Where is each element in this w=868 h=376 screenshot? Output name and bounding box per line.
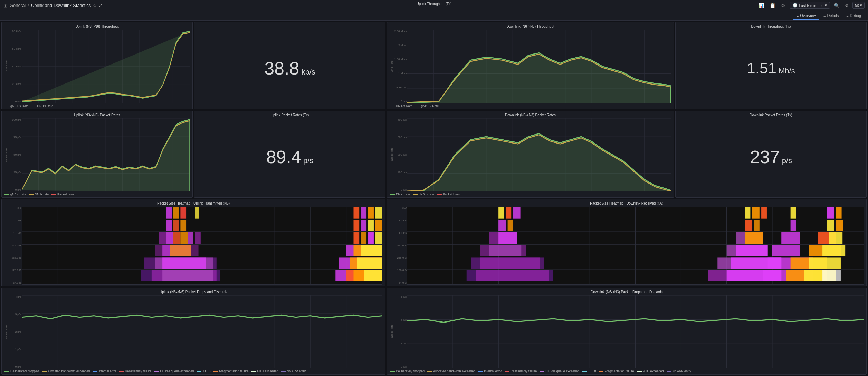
chart-area: 09:47:0009:47:3009:48:0009:48:3009:49:00… <box>22 30 190 103</box>
legend: gNB rx rate DN tx rate Packet Loss <box>4 192 190 196</box>
svg-rect-75 <box>173 207 179 219</box>
y-axis-label: Line Rate <box>390 30 393 103</box>
svg-rect-86 <box>361 220 366 231</box>
svg-rect-92 <box>180 232 188 244</box>
chart-area: 09:47:0009:47:3009:48:0009:48:3009:49:00… <box>407 30 671 103</box>
stat-unit: Mb/s <box>779 67 795 76</box>
svg-rect-95 <box>353 232 359 244</box>
panel-uplink-drops: Uplink (N3->N6) Packet Drops and Discard… <box>1 288 385 375</box>
svg-rect-152 <box>498 232 517 244</box>
y-axis: 100 p/s75 p/s50 p/s25 p/s0 p/s <box>8 118 22 192</box>
panel-title: Downlink Throughput (Tx) <box>676 24 866 28</box>
legend: gNB Rx Rate DN Tx Rate <box>4 104 190 108</box>
chart-area: 09:47:0009:47:3009:48:0009:48:3009:49:00… <box>22 295 382 369</box>
svg-rect-117 <box>364 270 382 281</box>
y-axis: 4 p/s3 p/s2 p/s1 p/s0 p/s <box>8 295 22 369</box>
svg-rect-145 <box>508 220 513 231</box>
panel-downlink-throughput-tx: Downlink Throughput (Tx) 1.51 Mb/s <box>675 22 867 109</box>
panel-title: Downlink (N6->N3) Packet Rates <box>390 113 671 117</box>
stat-display: 89.4 p/s <box>266 148 314 166</box>
legend: DN rx rate gNB tx rate Packet Loss <box>390 192 671 196</box>
main-grid: Uplink (N3->N6) Throughput Line Rate 80 … <box>0 21 868 376</box>
svg-rect-74 <box>166 207 172 219</box>
svg-rect-173 <box>476 270 549 281</box>
svg-rect-77 <box>195 207 199 219</box>
y-axis-label: Packet Rate <box>390 118 393 192</box>
svg-rect-93 <box>188 232 193 244</box>
stat-unit: p/s <box>782 156 792 165</box>
panel-title: Packet Size Heatmap - Downlink Received … <box>390 201 864 205</box>
svg-rect-78 <box>353 207 359 219</box>
tab-label: Overview <box>800 13 816 18</box>
legend: Deliberately dropped Allocated bandwidth… <box>390 369 864 373</box>
svg-rect-79 <box>361 207 366 219</box>
svg-rect-138 <box>745 207 751 219</box>
stat-value: 1.51 <box>747 61 776 76</box>
y-axis: +Inf1.5 kB1.0 kB512.0 B256.0 B128.0 B64.… <box>4 207 22 285</box>
svg-rect-140 <box>761 207 767 219</box>
y-axis: 80 kb/s60 kb/s40 kb/s20 kb/s0 b/s <box>8 30 22 103</box>
tab-label: Details <box>827 13 839 18</box>
svg-rect-166 <box>480 257 540 269</box>
panel-title: Uplink (N3->N6) Throughput <box>4 24 190 28</box>
panel-heatmap-uplink: Packet Size Heatmap - Uplink Transmitted… <box>1 199 385 286</box>
y-axis-label: Packet Rate <box>4 295 8 369</box>
panel-uplink-packet-rates-tx: Uplink Packet Rates (Tx) 89.4 p/s <box>194 111 385 198</box>
panel-uplink-packet-rates: Uplink (N3->N6) Packet Rates Packet Rate… <box>1 111 193 198</box>
y-axis: 6 p/s4 p/s2 p/s0 p/s <box>393 295 407 369</box>
svg-rect-162 <box>772 245 800 256</box>
stat-value: 89.4 <box>266 148 301 166</box>
svg-rect-85 <box>353 220 359 231</box>
y-axis-label: Packet Rate <box>4 118 8 192</box>
chart-area: 09:47:0009:47:3009:48:0009:48:3009:49:00… <box>22 118 190 192</box>
svg-rect-81 <box>375 207 382 219</box>
svg-rect-139 <box>752 207 760 219</box>
stat-value: 237 <box>750 148 780 166</box>
stat-unit: p/s <box>303 156 313 165</box>
tab-icon: ≡ <box>797 13 799 18</box>
svg-rect-84 <box>180 220 186 231</box>
svg-rect-110 <box>357 257 382 269</box>
chart-area: 09:47:0009:47:3009:48:0009:48:3009:49:00… <box>407 295 864 369</box>
y-axis-label: Line Rate <box>4 30 8 103</box>
svg-rect-97 <box>368 232 374 244</box>
stat-display: 1.51 Mb/s <box>747 61 795 76</box>
stat-unit: kb/s <box>301 68 315 77</box>
panel-title: Downlink (N6->N3) Packet Drops and Disca… <box>390 290 864 294</box>
svg-rect-141 <box>791 207 796 219</box>
panel-title: Downlink (N6->N3) Throughput <box>390 24 671 28</box>
tab-overview[interactable]: ≡ Overview <box>793 12 819 20</box>
panel-title: Uplink Packet Rates (Tx) <box>194 113 385 117</box>
svg-rect-88 <box>375 220 382 231</box>
svg-rect-107 <box>162 257 206 269</box>
svg-rect-76 <box>180 207 186 219</box>
svg-rect-146 <box>745 220 752 231</box>
y-axis: 2.50 Mb/s2 Mb/s1.50 Mb/s1 Mb/s500 kb/s0 … <box>393 30 407 103</box>
svg-rect-87 <box>368 220 374 231</box>
tab-debug[interactable]: ≡ Debug <box>843 12 865 20</box>
panel-title: Packet Size Heatmap - Uplink Transmitted… <box>4 201 382 205</box>
svg-rect-155 <box>781 232 800 244</box>
svg-rect-91 <box>173 232 180 244</box>
svg-rect-94 <box>195 232 201 244</box>
svg-rect-137 <box>513 207 520 219</box>
heatmap-area: 09:47:0009:47:3009:48:0009:48:3009:49:00… <box>22 207 382 285</box>
stat-value: 38.8 <box>264 59 299 77</box>
svg-rect-142 <box>827 207 834 219</box>
y-axis-label: Packet Rate <box>390 295 393 369</box>
tab-details[interactable]: ≡ Details <box>820 12 842 20</box>
svg-rect-135 <box>498 207 504 219</box>
svg-rect-154 <box>745 232 763 244</box>
panel-downlink-packet-rates-tx: Downlink Packet Rates (Tx) 237 p/s <box>675 111 867 198</box>
svg-rect-149 <box>827 220 834 231</box>
svg-rect-136 <box>506 207 511 219</box>
svg-rect-148 <box>791 220 796 231</box>
tab-icon: ≡ <box>846 13 848 18</box>
svg-rect-82 <box>166 220 172 231</box>
tabbar: ≡ Overview ≡ Details ≡ Debug <box>0 11 868 21</box>
panel-uplink-throughput-tx: Uplink Throughput (Tx) 38.8 kb/s <box>194 22 385 109</box>
chart-area: 09:47:0009:47:3009:48:0009:48:3009:49:00… <box>407 118 671 192</box>
panel-title: Uplink (N3->N6) Packet Drops and Discard… <box>4 290 382 294</box>
svg-rect-159 <box>489 245 521 256</box>
svg-rect-83 <box>173 220 179 231</box>
